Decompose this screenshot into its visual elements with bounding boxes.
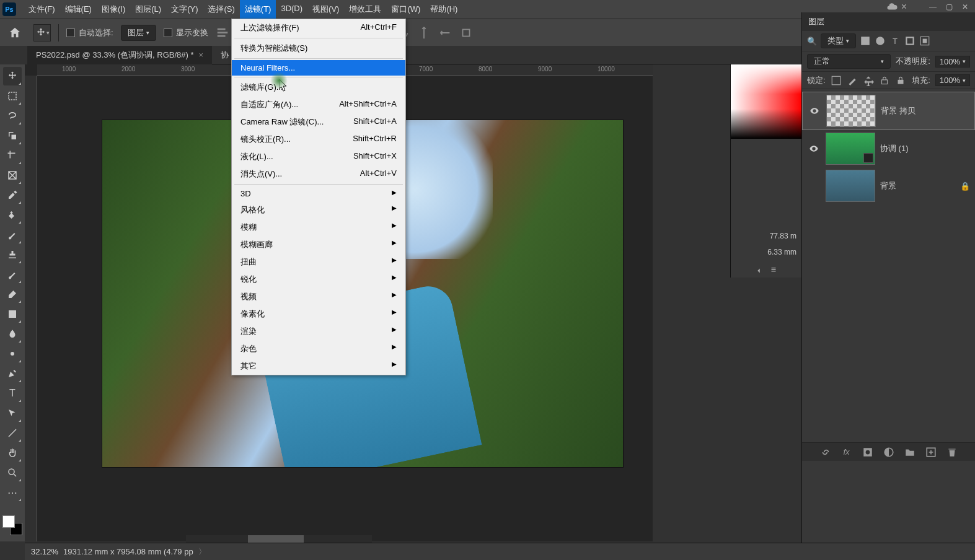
menu-8[interactable]: 视图(V) xyxy=(307,0,344,19)
opacity-input[interactable]: 100%▾ xyxy=(935,56,970,68)
submenu-模糊[interactable]: 模糊▶ xyxy=(232,219,405,236)
menu-filter-gallery[interactable]: 滤镜库(G)... xyxy=(232,79,405,96)
group-button[interactable] xyxy=(904,447,915,458)
tab-close-icon[interactable]: × xyxy=(199,50,204,59)
hand-tool[interactable] xyxy=(3,444,22,462)
eyedropper-tool[interactable] xyxy=(3,186,22,204)
submenu-像素化[interactable]: 像素化▶ xyxy=(232,305,405,323)
healing-tool[interactable] xyxy=(3,206,22,224)
color-swatches[interactable] xyxy=(2,515,22,535)
close-button[interactable]: ✕ xyxy=(958,1,973,12)
submenu-其它[interactable]: 其它▶ xyxy=(232,357,405,375)
fg-color-swatch[interactable] xyxy=(2,515,15,528)
filter-smart-icon[interactable] xyxy=(919,35,930,46)
lasso-tool[interactable] xyxy=(3,107,22,125)
3d-pan-button[interactable] xyxy=(417,26,431,40)
menu-9[interactable]: 增效工具 xyxy=(344,0,386,19)
menu-11[interactable]: 帮助(H) xyxy=(425,0,462,19)
path-tool[interactable] xyxy=(3,404,22,422)
type-tool[interactable]: T xyxy=(3,384,22,403)
submenu-3D[interactable]: 3D▶ xyxy=(232,186,405,201)
eye-icon[interactable] xyxy=(809,144,819,154)
link-layers-button[interactable] xyxy=(820,447,831,458)
menu-lens-correction[interactable]: 镜头校正(R)...Shift+Ctrl+R xyxy=(232,131,405,148)
lock-nest-icon[interactable] xyxy=(879,75,890,86)
3d-slide-button[interactable] xyxy=(438,26,452,40)
fx-button[interactable]: fx xyxy=(841,447,852,458)
adjust-button[interactable] xyxy=(883,447,894,458)
blur-tool[interactable] xyxy=(3,325,22,343)
menu-0[interactable]: 文件(F) xyxy=(24,0,60,19)
layer-row[interactable]: 协调 (1) xyxy=(802,130,975,167)
filter-shape-icon[interactable] xyxy=(904,35,915,46)
filter-adjust-icon[interactable] xyxy=(875,35,886,46)
menu-liquify[interactable]: 液化(L)...Shift+Ctrl+X xyxy=(232,148,405,165)
align-first-icon[interactable] xyxy=(754,266,763,275)
marquee-tool[interactable] xyxy=(3,87,22,105)
menu-10[interactable]: 窗口(W) xyxy=(386,0,425,19)
lock-all-icon[interactable] xyxy=(895,75,906,86)
document-tab[interactable]: PS2022.psd @ 33.3% (色调协调, RGB/8#) * × xyxy=(27,46,212,64)
scrollbar-horizontal[interactable] xyxy=(186,535,372,543)
edit-toolbar[interactable]: ⋯ xyxy=(3,483,22,502)
submenu-视频[interactable]: 视频▶ xyxy=(232,288,405,305)
auto-select-target[interactable]: 图层 ▾ xyxy=(121,25,156,41)
layer-row[interactable]: 背景 拷贝 xyxy=(802,92,975,130)
align-left-button[interactable] xyxy=(216,26,229,40)
align-last-icon[interactable] xyxy=(769,266,778,275)
menu-4[interactable]: 文字(Y) xyxy=(166,0,203,19)
submenu-模糊画廊[interactable]: 模糊画廊▶ xyxy=(232,236,405,253)
zoom-value[interactable]: 32.12% xyxy=(31,547,58,556)
lock-pos-icon[interactable] xyxy=(863,75,874,86)
filter-text-icon[interactable]: T xyxy=(889,35,901,46)
menu-camera-raw[interactable]: Camera Raw 滤镜(C)...Shift+Ctrl+A xyxy=(232,113,405,131)
blend-mode-dd[interactable]: 正常▾ xyxy=(807,54,891,69)
menu-5[interactable]: 选择(S) xyxy=(203,0,239,19)
history-brush-tool[interactable] xyxy=(3,265,22,284)
menu-3[interactable]: 图层(L) xyxy=(130,0,166,19)
eraser-tool[interactable] xyxy=(3,285,22,304)
submenu-风格化[interactable]: 风格化▶ xyxy=(232,201,405,219)
fill-input[interactable]: 100%▾ xyxy=(935,74,970,86)
object-select-tool[interactable] xyxy=(3,126,22,145)
pen-tool[interactable] xyxy=(3,364,22,383)
crop-tool[interactable] xyxy=(3,146,22,165)
3d-scale-button[interactable] xyxy=(459,26,473,40)
filter-type-dd[interactable]: 类型▾ xyxy=(821,33,856,48)
minimize-button[interactable]: — xyxy=(925,1,940,12)
chevron-right-icon[interactable]: 〉 xyxy=(198,546,206,558)
frame-tool[interactable] xyxy=(3,166,22,185)
menu-vanishing[interactable]: 消失点(V)...Alt+Ctrl+V xyxy=(232,165,405,183)
dodge-tool[interactable] xyxy=(3,344,22,363)
menu-neural-filters[interactable]: Neural Filters... xyxy=(232,60,405,76)
new-layer-button[interactable] xyxy=(925,447,937,458)
menu-smart-filter[interactable]: 转换为智能滤镜(S) xyxy=(232,40,405,57)
menu-2[interactable]: 图像(I) xyxy=(97,0,130,19)
menu-7[interactable]: 3D(D) xyxy=(276,0,307,19)
submenu-渲染[interactable]: 渲染▶ xyxy=(232,323,405,340)
lock-paint-icon[interactable] xyxy=(847,75,858,86)
stamp-tool[interactable] xyxy=(3,245,22,264)
submenu-杂色[interactable]: 杂色▶ xyxy=(232,340,405,357)
menu-last-filter[interactable]: 上次滤镜操作(F)Alt+Ctrl+F xyxy=(232,19,405,37)
zoom-tool[interactable] xyxy=(3,463,22,482)
color-panel[interactable] xyxy=(730,64,801,139)
submenu-扭曲[interactable]: 扭曲▶ xyxy=(232,253,405,271)
filter-pixel-icon[interactable] xyxy=(860,35,871,46)
maximize-button[interactable]: ▢ xyxy=(942,1,956,12)
delete-layer-button[interactable] xyxy=(946,447,958,458)
show-transform-check[interactable]: 显示变换 xyxy=(164,27,208,38)
submenu-锐化[interactable]: 锐化▶ xyxy=(232,271,405,288)
line-tool[interactable] xyxy=(3,424,22,442)
mask-button[interactable] xyxy=(862,447,873,458)
auto-select-check[interactable]: 自动选择: xyxy=(66,27,113,38)
close-doc-icon[interactable]: × xyxy=(901,1,907,12)
layer-row[interactable]: 背景🔒 xyxy=(802,167,975,204)
menu-wide-angle[interactable]: 自适应广角(A)...Alt+Shift+Ctrl+A xyxy=(232,96,405,113)
lock-trans-icon[interactable] xyxy=(831,75,842,86)
gradient-tool[interactable] xyxy=(3,305,22,323)
brush-tool[interactable] xyxy=(3,225,22,244)
menu-1[interactable]: 编辑(E) xyxy=(60,0,97,19)
move-tool[interactable] xyxy=(3,67,22,85)
eye-icon[interactable] xyxy=(810,106,819,116)
